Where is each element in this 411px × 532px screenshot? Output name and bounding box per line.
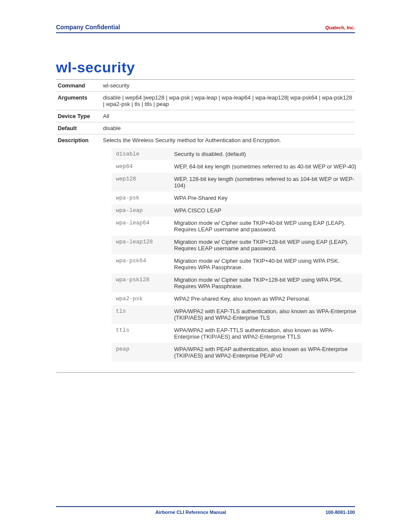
argument-description: WPA/WPA2 with EAP-TTLS authentication, a… — [170, 324, 362, 343]
argument-description: WEP, 128-bit key length (sometimes refer… — [170, 173, 362, 192]
argument-name: wep64 — [112, 160, 170, 173]
argument-name: tls — [112, 305, 170, 324]
arguments-table: disableSecurity is disabled. (default)we… — [112, 148, 362, 362]
meta-row-devicetype: Device Type All — [56, 110, 355, 122]
argument-description: WPA/WPA2 with EAP-TLS authentication, al… — [170, 305, 362, 324]
argument-row: disableSecurity is disabled. (default) — [112, 148, 362, 160]
meta-label: Default — [56, 122, 101, 134]
argument-name: wpa-leap — [112, 204, 170, 217]
argument-row: wpa-leap128Migration mode w/ Cipher suit… — [112, 236, 362, 255]
argument-name: wpa-psk64 — [112, 255, 170, 274]
meta-value: All — [101, 110, 355, 122]
argument-row: wpa-pskWPA Pre-Shared Key — [112, 192, 362, 204]
argument-row: wpa-psk128Migration mode w/ Cipher suite… — [112, 274, 362, 292]
footer-doc-number: 100-8081-100 — [325, 510, 355, 515]
argument-row: ttlsWPA/WPA2 with EAP-TTLS authenticatio… — [112, 324, 362, 343]
argument-name: wpa2-psk — [112, 292, 170, 305]
meta-row-arguments: Arguments disable | wep64 |wep128 | wpa-… — [56, 92, 355, 110]
argument-description: WPA2 Pre-shared Key, also known as WPA2 … — [170, 292, 362, 305]
header-company: Quatech, Inc. — [325, 25, 355, 30]
argument-name: wpa-psk — [112, 192, 170, 204]
argument-row: peapWPA/WPA2 with PEAP authentication, a… — [112, 343, 362, 362]
argument-row: wep64WEP, 64-bit key length (sometimes r… — [112, 160, 362, 173]
argument-name: wpa-psk128 — [112, 274, 170, 292]
page-header: Company Confidential Quatech, Inc. — [56, 24, 355, 33]
argument-description: Security is disabled. (default) — [170, 148, 362, 160]
meta-value: disable | wep64 |wep128 | wpa-psk | wpa-… — [101, 92, 355, 110]
document-page: Company Confidential Quatech, Inc. wl-se… — [0, 0, 411, 532]
meta-label: Device Type — [56, 110, 101, 122]
section-bottom-rule — [56, 372, 355, 373]
argument-description: WPA/WPA2 with PEAP authentication, also … — [170, 343, 362, 362]
argument-row: tlsWPA/WPA2 with EAP-TLS authentication,… — [112, 305, 362, 324]
argument-description: WPA CISCO LEAP — [170, 204, 362, 217]
argument-row: wep128WEP, 128-bit key length (sometimes… — [112, 173, 362, 192]
meta-label: Description — [56, 134, 101, 365]
description-text: Selects the Wireless Security method for… — [103, 137, 281, 143]
meta-row-command: Command wl-security — [56, 80, 355, 92]
meta-value: wl-security — [101, 80, 355, 92]
argument-name: wpa-leap128 — [112, 236, 170, 255]
meta-row-description: Description Selects the Wireless Securit… — [56, 134, 355, 365]
argument-name: wep128 — [112, 173, 170, 192]
meta-label: Command — [56, 80, 101, 92]
argument-description: Migration mode w/ Cipher suite TKIP+128-… — [170, 236, 362, 255]
argument-name: disable — [112, 148, 170, 160]
footer-manual-title: Airborne CLI Reference Manual — [156, 510, 226, 515]
header-confidential: Company Confidential — [56, 24, 120, 31]
argument-row: wpa-psk64Migration mode w/ Cipher suite … — [112, 255, 362, 274]
command-meta-table: Command wl-security Arguments disable | … — [56, 79, 355, 364]
meta-value: Selects the Wireless Security method for… — [101, 134, 355, 365]
argument-name: ttls — [112, 324, 170, 343]
argument-description: Migration mode w/ Cipher suite TKIP+40-b… — [170, 255, 362, 274]
argument-description: WEP, 64-bit key length (sometimes referr… — [170, 160, 362, 173]
argument-name: peap — [112, 343, 170, 362]
argument-description: Migration mode w/ Cipher suite TKIP+40-b… — [170, 217, 362, 236]
argument-row: wpa-leapWPA CISCO LEAP — [112, 204, 362, 217]
page-title: wl-security — [56, 59, 355, 76]
argument-name: wpa-leap64 — [112, 217, 170, 236]
argument-description: WPA Pre-Shared Key — [170, 192, 362, 204]
argument-description: Migration mode w/ Cipher suite TKIP+128-… — [170, 274, 362, 292]
page-footer: Airborne CLI Reference Manual 100-8081-1… — [56, 506, 355, 515]
meta-row-default: Default disable — [56, 122, 355, 134]
argument-row: wpa-leap64Migration mode w/ Cipher suite… — [112, 217, 362, 236]
argument-row: wpa2-pskWPA2 Pre-shared Key, also known … — [112, 292, 362, 305]
meta-label: Arguments — [56, 92, 101, 110]
meta-value: disable — [101, 122, 355, 134]
